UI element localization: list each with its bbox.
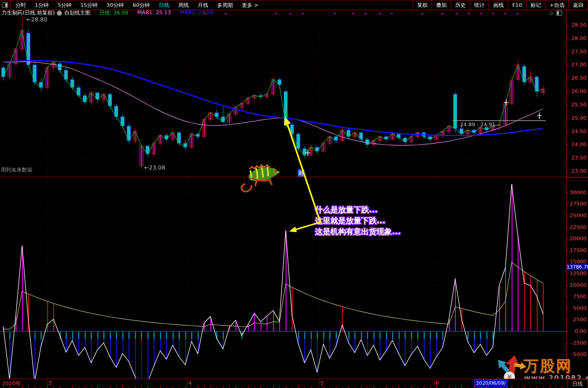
chevron-down-icon[interactable]: v: [57, 11, 62, 16]
axis-month-label: 5: [320, 380, 324, 386]
indicator-axis-label: 5000: [566, 305, 586, 311]
axis-separator: [434, 379, 435, 386]
price-axis-label: 27.00: [566, 61, 586, 68]
magenta-signal-mark: [504, 13, 506, 14]
indicator-axis-label: 27500: [566, 201, 586, 207]
magenta-signal-mark: [352, 13, 354, 14]
indicator-axis-label: 0.00: [566, 328, 586, 334]
magenta-signal-mark: [302, 13, 304, 14]
tool-item-+自选[interactable]: +自选: [545, 1, 569, 10]
indicator-chart-canvas[interactable]: [0, 177, 566, 379]
magenta-signal-mark: [290, 13, 292, 14]
indicator-axis-label: 17500: [566, 247, 586, 253]
indicator-axis-label: 15000: [566, 259, 586, 265]
menu-item-多周期[interactable]: 多周期: [213, 1, 237, 10]
price-axis-label: 26.00: [566, 88, 586, 94]
menu-item-1分钟[interactable]: 1分钟: [30, 1, 53, 10]
tool-item-复权[interactable]: 复权: [413, 1, 432, 10]
magenta-signal-mark: [379, 13, 381, 14]
price-axis-label: 23.00: [566, 168, 586, 174]
price-axis-label: 24.00: [566, 141, 586, 147]
axis-month-label: 3: [48, 380, 51, 386]
menu-item-日线[interactable]: 日线: [154, 1, 174, 10]
price-axis-label: 25.50: [566, 102, 586, 108]
menu-item-分时[interactable]: 分时: [11, 1, 30, 10]
menu-item-5分钟[interactable]: 5分钟: [53, 1, 76, 10]
magenta-signal-mark: [391, 13, 393, 14]
stock-app-window: 分时1分钟5分钟15分钟30分钟60分钟日线周线月线多周期更多 > 复权叠加历史…: [0, 0, 588, 388]
tool-item-返回[interactable]: 返回: [569, 1, 588, 10]
indicator-axis-label: 25000: [566, 212, 586, 218]
indicator-axis-label: 12500: [566, 270, 586, 276]
peak-price-label: ←28.80: [26, 16, 47, 23]
drawn-line-price-label: 24.89 - 24.91: [460, 121, 495, 127]
axis-separator: [47, 379, 47, 386]
magenta-signal-mark: [456, 13, 458, 14]
tool-menu: 复权叠加历史统计画线F10标记+自选返回: [413, 0, 588, 10]
magenta-signal-mark: [225, 13, 227, 14]
menu-item-月线[interactable]: 月线: [193, 1, 213, 10]
magenta-signal-mark: [468, 13, 470, 14]
period-box[interactable]: 日线: [567, 379, 588, 388]
axis-month-label: 4: [188, 380, 192, 386]
indicator-axis-label: 20000: [566, 235, 586, 242]
time-axis: 2020年 3456 2020/06/09/二 日线: [0, 379, 588, 388]
indicator-axis-label: 22500: [566, 224, 586, 230]
menu-item-30分钟[interactable]: 30分钟: [102, 1, 128, 10]
menu-item-15分钟[interactable]: 15分钟: [76, 1, 102, 10]
overlay-indicator-label[interactable]: 自划线主图: [64, 9, 90, 17]
magenta-signal-mark: [516, 13, 518, 14]
indicator-axis-label: -2500: [566, 340, 586, 346]
price-axis-label: 28.00: [566, 35, 586, 41]
tool-item-历史[interactable]: 历史: [451, 1, 470, 10]
tool-item-F10[interactable]: F10: [508, 1, 526, 10]
latest-value-highlight: 13786.70: [567, 264, 588, 270]
tool-item-叠加[interactable]: 叠加: [432, 1, 451, 10]
selected-date-label: 2020/06/09/二: [474, 380, 507, 387]
magenta-signal-mark: [275, 13, 277, 14]
price-axis-label: 23.50: [566, 155, 586, 161]
annotation-line: 这里就是放量下跌...: [315, 215, 420, 226]
quote-item: MAB2: 24.59: [180, 9, 213, 17]
indicator-axis-label: 10000: [566, 282, 586, 288]
cai-badge[interactable]: 财: [298, 169, 305, 177]
period-menubar: 分时1分钟5分钟15分钟30分钟60分钟日线周线月线多周期更多 > 复权叠加历史…: [0, 0, 588, 10]
axis-separator: [319, 379, 320, 386]
axis-month-label: 6: [435, 380, 439, 386]
annotation-line: 这是机构有意出货现象...: [315, 226, 420, 237]
split-layout-icon[interactable]: [556, 11, 562, 16]
price-axis-label: 25.00: [566, 115, 586, 121]
indicator-axis-label: 30000: [566, 189, 586, 195]
magenta-signal-mark: [205, 13, 207, 14]
quote-item: MAB1: 25.13: [137, 9, 171, 17]
menu-item-更多 >[interactable]: 更多 >: [237, 1, 263, 10]
quote-item: 日线: 26.09: [99, 9, 128, 17]
chart-titlebar: 力生制药(日线.前复权) v 自划线主图 日线: 26.09MAB1: 25.1…: [0, 10, 588, 16]
annotation-line: 什么是放量下跌...: [315, 204, 420, 215]
stock-title: 力生制药(日线.前复权): [2, 9, 55, 17]
window-panel-icon[interactable]: [2, 2, 8, 8]
price-axis-label: 24.50: [566, 128, 586, 134]
period-menu: 分时1分钟5分钟15分钟30分钟60分钟日线周线月线多周期更多 >: [11, 0, 263, 10]
price-axis-label: 28.50: [566, 22, 586, 28]
magenta-signal-mark: [334, 13, 336, 14]
price-axis-label: 26.50: [566, 75, 586, 81]
diamond-icon[interactable]: ◇: [550, 10, 553, 16]
axis-separator: [187, 379, 187, 386]
menu-item-60分钟[interactable]: 60分钟: [128, 1, 155, 10]
magenta-signal-mark: [364, 13, 366, 14]
indicator-axis-label: 2500: [566, 316, 586, 322]
magenta-signal-mark: [492, 13, 494, 14]
magenta-signal-mark: [480, 13, 482, 14]
magenta-signal-mark: [421, 13, 423, 14]
low-price-label: ←23.08: [144, 164, 165, 171]
tool-item-统计[interactable]: 统计: [470, 1, 489, 10]
magenta-signal-mark: [441, 13, 443, 14]
tool-item-标记[interactable]: 标记: [526, 1, 545, 10]
quote-values: 日线: 26.09MAB1: 25.13MAB2: 24.59: [90, 9, 213, 17]
tool-item-画线[interactable]: 画线: [489, 1, 508, 10]
watermark-site-name: 万股网: [524, 356, 572, 376]
future-data-note: 用到未来数据: [1, 166, 32, 174]
menu-item-周线[interactable]: 周线: [174, 1, 193, 10]
main-chart-canvas[interactable]: [0, 16, 566, 177]
